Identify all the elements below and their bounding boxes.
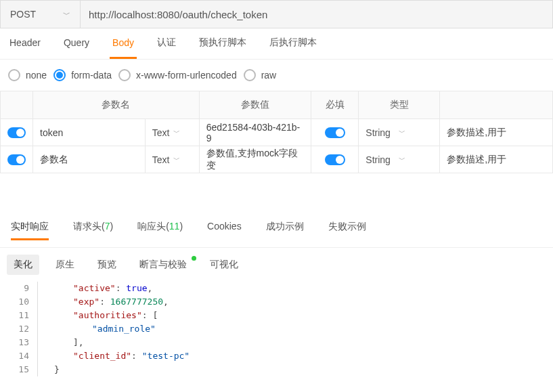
tab-header[interactable]: Header (7, 28, 43, 59)
response-body-code: 9101112131415 "active": true,"exp": 1667… (0, 282, 553, 383)
radio-icon (244, 69, 256, 81)
chevron-down-icon: ﹀ (63, 9, 70, 20)
param-name-input[interactable]: 参数名 (33, 146, 146, 173)
body-type-raw[interactable]: raw (244, 69, 277, 81)
format-tab-可视化[interactable]: 可视化 (203, 255, 245, 275)
format-tab-美化[interactable]: 美化 (7, 255, 39, 275)
param-enable-toggle[interactable] (7, 127, 26, 138)
param-type-select[interactable]: String﹀ (366, 127, 405, 138)
param-required-toggle[interactable] (325, 154, 345, 165)
body-type-form-data[interactable]: form-data (53, 69, 112, 81)
col-name: 参数名 (33, 91, 200, 118)
table-row: 参数名Text﹀参数值,支持mock字段变String﹀参数描述,用于 (1, 146, 552, 173)
chevron-down-icon: ﹀ (399, 155, 405, 165)
radio-icon (118, 69, 131, 81)
tab-query[interactable]: Query (61, 28, 92, 59)
format-tab-原生[interactable]: 原生 (49, 255, 81, 275)
tab-body[interactable]: Body (110, 28, 137, 59)
tab-后执行脚本[interactable]: 后执行脚本 (267, 28, 319, 59)
chevron-down-icon: ﹀ (173, 155, 180, 165)
param-enable-toggle[interactable] (7, 154, 26, 165)
body-type-x-www-form-urlencoded[interactable]: x-www-form-urlencoded (118, 69, 237, 81)
chevron-down-icon: ﹀ (399, 128, 405, 137)
status-dot-icon (192, 256, 196, 261)
tab-request-headers[interactable]: 请求头(7) (73, 221, 113, 240)
chevron-down-icon: ﹀ (173, 128, 180, 137)
param-desc-input[interactable]: 参数描述,用于 (440, 146, 552, 173)
tab-success-example[interactable]: 成功示例 (266, 221, 304, 240)
http-method-value: POST (10, 9, 63, 20)
http-method-select[interactable]: POST ﹀ (1, 1, 81, 28)
radio-icon (53, 69, 66, 81)
param-type-select[interactable]: String﹀ (366, 154, 405, 165)
param-value-input[interactable]: 参数值,支持mock字段变 (200, 146, 312, 173)
param-desc-input[interactable]: 参数描述,用于 (440, 118, 552, 146)
tab-认证[interactable]: 认证 (154, 28, 179, 59)
param-required-toggle[interactable] (325, 127, 345, 138)
col-type: 类型 (359, 91, 440, 118)
params-table: 参数名 参数值 必填 类型 tokenText﹀6ed21584-403b-42… (0, 91, 553, 173)
tab-realtime-response[interactable]: 实时响应 (11, 221, 49, 240)
param-text-type-select[interactable]: Text﹀ (152, 127, 187, 138)
format-tab-断言与校验[interactable]: 断言与校验 (133, 255, 194, 275)
body-type-none[interactable]: none (8, 69, 47, 81)
table-row: tokenText﹀6ed21584-403b-421b-9String﹀参数描… (1, 118, 552, 146)
url-input[interactable] (81, 1, 552, 28)
tab-cookies[interactable]: Cookies (207, 221, 242, 239)
format-tab-预览[interactable]: 预览 (91, 255, 123, 275)
col-value: 参数值 (200, 91, 312, 118)
radio-icon (8, 69, 20, 81)
param-value-input[interactable]: 6ed21584-403b-421b-9 (200, 118, 312, 146)
tab-fail-example[interactable]: 失败示例 (328, 221, 366, 240)
param-text-type-select[interactable]: Text﹀ (152, 154, 187, 165)
col-required: 必填 (311, 91, 359, 118)
tab-response-headers[interactable]: 响应头(11) (137, 221, 183, 240)
param-name-input[interactable]: token (33, 118, 146, 146)
tab-预执行脚本[interactable]: 预执行脚本 (196, 28, 249, 59)
